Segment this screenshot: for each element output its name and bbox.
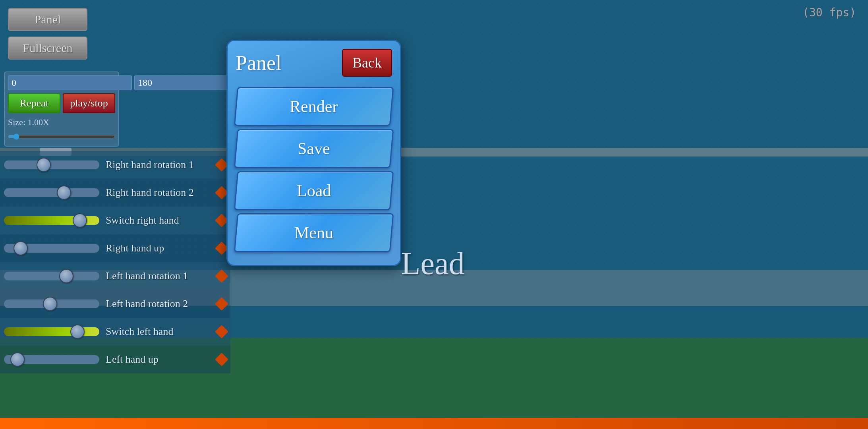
panel-button[interactable]: Panel	[8, 8, 87, 31]
slider-track[interactable]	[4, 327, 99, 336]
slider-label: Left hand rotation 1	[106, 270, 188, 282]
sliders-panel: Right hand rotation 1Right hand rotation…	[0, 151, 230, 373]
panel-header: Panel Back	[236, 49, 392, 77]
anim-inputs-row	[8, 75, 115, 90]
size-label: Size: 1.00X	[8, 117, 115, 128]
slider-thumb	[37, 158, 51, 172]
panel-menu-btn-load[interactable]: Load	[234, 171, 394, 210]
anim-start-input[interactable]	[8, 75, 132, 90]
repeat-button[interactable]: Repeat	[8, 93, 60, 113]
slider-row: Right hand rotation 1	[0, 151, 230, 179]
slider-label: Right hand up	[106, 242, 164, 254]
slider-row: Switch left hand	[0, 318, 230, 346]
slider-track[interactable]	[4, 355, 99, 364]
slider-label: Left hand up	[106, 354, 159, 365]
fullscreen-button[interactable]: Fullscreen	[8, 37, 87, 60]
slider-track[interactable]	[4, 244, 99, 253]
animation-controls: Repeat play/stop Size: 1.00X	[4, 72, 119, 147]
bottom-scrollbar[interactable]	[0, 418, 868, 429]
back-button[interactable]: Back	[342, 49, 392, 77]
slider-track[interactable]	[4, 160, 99, 169]
slider-row: Left hand up	[0, 346, 230, 373]
panel-modal: Panel Back RenderSaveLoadMenu	[226, 40, 401, 266]
slider-row: Right hand up	[0, 234, 230, 262]
slider-row: Left hand rotation 1	[0, 262, 230, 290]
slider-label: Switch left hand	[106, 326, 173, 338]
slider-row: Right hand rotation 2	[0, 179, 230, 207]
slider-track[interactable]	[4, 188, 99, 197]
slider-row: Switch right hand	[0, 207, 230, 234]
slider-thumb	[10, 352, 25, 367]
slider-track[interactable]	[4, 216, 99, 225]
slider-label: Switch right hand	[106, 214, 179, 226]
slider-thumb	[59, 269, 73, 283]
slider-thumb	[57, 186, 71, 200]
slider-track[interactable]	[4, 300, 99, 308]
panel-menu-btn-save[interactable]: Save	[234, 129, 394, 168]
slider-label: Left hand rotation 2	[106, 298, 188, 310]
slider-thumb	[43, 297, 57, 311]
panel-modal-title: Panel	[236, 51, 282, 75]
playstop-button[interactable]: play/stop	[63, 93, 115, 113]
slider-thumb	[70, 325, 85, 339]
panel-menu-buttons: RenderSaveLoadMenu	[236, 87, 392, 255]
size-slider[interactable]	[8, 133, 115, 140]
slider-row: Left hand rotation 2	[0, 290, 230, 318]
panel-menu-btn-render[interactable]: Render	[234, 87, 394, 126]
slider-thumb	[14, 241, 28, 255]
slider-track[interactable]	[4, 272, 99, 280]
diamond-indicator	[215, 353, 228, 366]
bottom-scrollbar-thumb	[0, 418, 868, 429]
fps-counter: (30 fps)	[802, 6, 856, 19]
top-left-controls: Panel Fullscreen	[8, 8, 87, 60]
anim-buttons-row: Repeat play/stop	[8, 93, 115, 113]
slider-label: Right hand rotation 2	[106, 187, 194, 199]
diamond-indicator	[215, 269, 228, 283]
diamond-indicator	[215, 325, 228, 338]
diamond-indicator	[215, 297, 228, 311]
size-slider-container	[8, 131, 115, 143]
lead-text: Lead	[352, 237, 514, 290]
slider-label: Right hand rotation 1	[106, 159, 194, 171]
slider-thumb	[73, 213, 87, 228]
